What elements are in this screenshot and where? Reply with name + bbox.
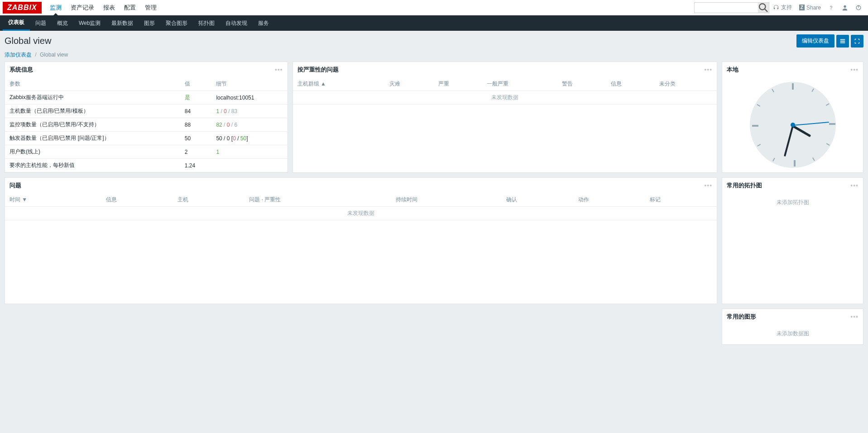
breadcrumb-add-dashboard[interactable]: 添加仪表盘	[5, 52, 32, 58]
clock-tick	[826, 143, 830, 146]
clock-tick	[794, 160, 796, 167]
col-detail: 细节	[211, 77, 287, 91]
col-header[interactable]: 时间 ▼	[5, 193, 101, 207]
widget-title: 系统信息	[10, 66, 33, 74]
widget-favorite-maps: 常用的拓扑图 ••• 未添加拓扑图	[722, 177, 863, 304]
clock-tick	[772, 158, 775, 162]
table-row[interactable]: 用户数(线上)21	[5, 145, 288, 159]
help-button[interactable]: ?	[825, 0, 838, 15]
col-header: 信息	[101, 193, 173, 207]
table-row[interactable]: 要求的主机性能，每秒新值1.24	[5, 159, 288, 172]
empty-message: 未添加拓扑图	[722, 193, 863, 212]
cell-param: 用户数(线上)	[5, 145, 180, 159]
support-label: 支持	[781, 4, 792, 11]
cell-detail: 82 / 0 / 6	[211, 118, 287, 132]
share-badge-icon: Z	[799, 5, 805, 10]
cell-detail: 1	[211, 145, 287, 159]
subnav-overview[interactable]: 概览	[52, 15, 73, 31]
subnav-web[interactable]: Web监测	[73, 15, 106, 31]
cell-value: 88	[180, 118, 212, 132]
cell-value: 2	[180, 145, 212, 159]
topnav-monitoring[interactable]: 监测	[45, 0, 66, 15]
widget-title: 常用的拓扑图	[727, 181, 762, 190]
cell-value: 是	[180, 91, 212, 105]
svg-text:?: ?	[830, 5, 833, 10]
edit-dashboard-button[interactable]: 编辑仪表盘	[796, 34, 834, 48]
cell-param: 触发器数量（已启用/已禁用 [问题/正常]）	[5, 132, 180, 145]
share-link[interactable]: Z Share	[796, 0, 825, 15]
table-row[interactable]: 触发器数量（已启用/已禁用 [问题/正常]）5050 / 0 [0 / 50]	[5, 132, 288, 145]
clock-tick	[772, 89, 774, 92]
cell-detail: localhost:10051	[211, 91, 287, 105]
subnav-graphs[interactable]: 图形	[139, 15, 160, 31]
subnav-dashboard[interactable]: 仪表板	[3, 15, 30, 31]
col-header: 信息	[606, 77, 655, 91]
headset-icon	[773, 5, 779, 11]
topnav-config[interactable]: 配置	[120, 0, 140, 15]
table-row[interactable]: 监控项数量（已启用/已禁用/不支持）8882 / 0 / 6	[5, 118, 288, 132]
support-link[interactable]: 支持	[769, 0, 796, 15]
search-button[interactable]	[758, 3, 769, 13]
cell-value: 50	[180, 132, 212, 145]
subnav-services[interactable]: 服务	[253, 15, 274, 31]
topnav-reports[interactable]: 报表	[99, 0, 120, 15]
widget-system-info: 系统信息 ••• 参数 值 细节 Zabbix服务器端运行中是localhost…	[5, 62, 288, 173]
dashboard-grid: 系统信息 ••• 参数 值 细节 Zabbix服务器端运行中是localhost…	[0, 62, 868, 349]
col-header: 主机	[173, 193, 245, 207]
search-box	[694, 2, 769, 13]
subnav-problems[interactable]: 问题	[30, 15, 52, 31]
subnav-screens[interactable]: 聚合图形	[160, 15, 193, 31]
topnav-admin[interactable]: 管理	[140, 0, 161, 15]
svg-rect-6	[840, 39, 845, 40]
svg-line-1	[765, 9, 767, 12]
cell-value: 1.24	[180, 159, 212, 172]
table-row[interactable]: 主机数量（已启用/已禁用/模板）841 / 0 / 83	[5, 105, 288, 118]
logo[interactable]: ZABBIX	[3, 2, 42, 14]
search-input[interactable]	[695, 5, 758, 11]
widget-menu-button[interactable]: •••	[850, 182, 858, 189]
col-header: 警告	[557, 77, 606, 91]
clock-tick	[757, 104, 760, 107]
col-header: 灾难	[385, 77, 434, 91]
col-header: 未分类	[655, 77, 717, 91]
logout-button[interactable]	[852, 0, 865, 15]
col-header: 确认	[502, 193, 573, 207]
widget-menu-button[interactable]: •••	[850, 66, 858, 73]
clock-tick	[752, 125, 758, 127]
clock-tick	[825, 103, 829, 106]
widget-title: 常用的图形	[727, 313, 756, 321]
col-header: 持续时间	[391, 193, 502, 207]
svg-point-3	[844, 5, 846, 7]
clock-tick	[829, 123, 835, 125]
breadcrumb-separator: /	[35, 52, 36, 58]
col-header[interactable]: 主机群组 ▲	[293, 77, 385, 91]
topnav-inventory[interactable]: 资产记录	[66, 0, 99, 15]
widget-menu-button[interactable]: •••	[850, 313, 858, 320]
clock-tick	[812, 157, 815, 161]
subnav-maps[interactable]: 拓扑图	[193, 15, 220, 31]
sub-nav: 仪表板 问题 概览 Web监测 最新数据 图形 聚合图形 拓扑图 自动发现 服务	[0, 15, 868, 31]
no-data-text: 未发现数据	[293, 91, 717, 105]
user-button[interactable]	[838, 0, 852, 15]
breadcrumb-current[interactable]: Global view	[40, 52, 68, 58]
widget-menu-button[interactable]: •••	[275, 66, 283, 73]
table-row[interactable]: Zabbix服务器端运行中是localhost:10051	[5, 91, 288, 105]
system-info-table: 参数 值 细节 Zabbix服务器端运行中是localhost:10051主机数…	[5, 77, 288, 172]
cell-param: 监控项数量（已启用/已禁用/不支持）	[5, 118, 180, 132]
dashboard-list-button[interactable]	[836, 35, 849, 48]
clock-second-hand	[792, 122, 829, 126]
clock-center	[791, 123, 795, 127]
cell-param: 要求的主机性能，每秒新值	[5, 159, 180, 172]
widget-title: 问题	[10, 181, 21, 190]
share-label: Share	[806, 5, 821, 11]
widget-menu-button[interactable]: •••	[704, 182, 712, 189]
col-param: 参数	[5, 77, 180, 91]
cell-param: Zabbix服务器端运行中	[5, 91, 180, 105]
menu-icon	[839, 38, 846, 44]
subnav-discovery[interactable]: 自动发现	[220, 15, 253, 31]
widget-menu-button[interactable]: •••	[704, 66, 712, 73]
subnav-latest[interactable]: 最新数据	[106, 15, 139, 31]
fullscreen-button[interactable]	[851, 35, 863, 48]
search-icon	[758, 2, 769, 13]
col-header: 一般严重	[482, 77, 557, 91]
